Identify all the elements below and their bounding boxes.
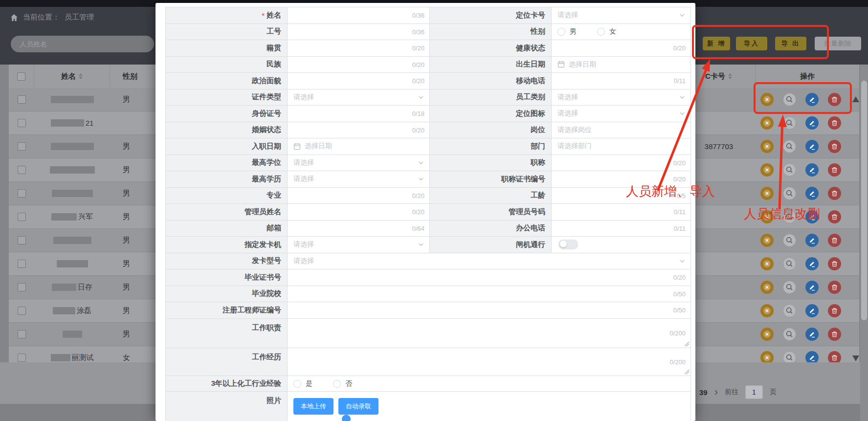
form-field[interactable]: 0/20	[288, 57, 430, 73]
form-field[interactable]: 0/20	[552, 40, 691, 57]
form-field[interactable]: 0/20	[552, 171, 691, 188]
delete-button[interactable]	[828, 257, 841, 270]
card-issue-button[interactable]	[760, 187, 774, 200]
form-field[interactable]: 0/20	[288, 122, 430, 139]
form-field[interactable]: 男女	[552, 24, 691, 41]
edit-button[interactable]	[805, 93, 819, 106]
delete-button[interactable]	[828, 187, 841, 200]
card-issue-button[interactable]	[760, 351, 774, 362]
view-button[interactable]	[783, 328, 796, 341]
form-field[interactable]: 是否	[288, 376, 691, 392]
form-field[interactable]: 请选择	[288, 171, 430, 188]
form-field[interactable]: 0/50	[288, 302, 691, 319]
form-field[interactable]: 0/20	[288, 40, 430, 57]
form-field[interactable]: 0/64	[288, 221, 430, 237]
view-button[interactable]	[783, 210, 796, 223]
add-button[interactable]: 新 增	[703, 37, 730, 50]
form-field[interactable]: 请选择	[288, 155, 430, 172]
card-issue-button[interactable]	[760, 93, 774, 106]
card-issue-button[interactable]	[760, 304, 774, 317]
select-all-checkbox[interactable]	[17, 72, 25, 81]
view-button[interactable]	[783, 187, 796, 200]
edit-button[interactable]	[805, 328, 819, 341]
form-field[interactable]: 0/20	[288, 73, 430, 89]
scroll-up-icon[interactable]	[852, 96, 859, 102]
form-field[interactable]: 请选择部门	[552, 138, 691, 155]
edit-button[interactable]	[805, 210, 819, 223]
form-field[interactable]: 请选择	[288, 253, 691, 270]
row-checkbox[interactable]	[18, 189, 26, 198]
row-checkbox[interactable]	[18, 330, 26, 338]
photo-capture-button[interactable]: 自动录取	[338, 398, 378, 415]
scrollbar-thumb[interactable]	[861, 81, 867, 320]
form-field[interactable]: 请选择	[552, 106, 691, 122]
form-field[interactable]: 0/20	[288, 204, 430, 221]
edit-button[interactable]	[805, 281, 819, 294]
form-field[interactable]: 0/20	[288, 188, 430, 204]
edit-button[interactable]	[805, 304, 819, 317]
row-checkbox[interactable]	[18, 354, 26, 362]
card-issue-button[interactable]	[760, 328, 774, 341]
goto-page-input[interactable]	[745, 385, 763, 399]
form-field[interactable]: 选择日期	[288, 138, 430, 155]
delete-button[interactable]	[828, 116, 841, 130]
view-button[interactable]	[783, 234, 796, 247]
delete-button[interactable]	[828, 351, 841, 362]
view-button[interactable]	[783, 351, 796, 362]
form-field[interactable]: 0/200	[288, 319, 691, 349]
delete-button[interactable]	[828, 328, 841, 341]
row-checkbox[interactable]	[18, 260, 26, 268]
card-issue-button[interactable]	[760, 234, 774, 247]
scroll-down-icon[interactable]	[852, 355, 859, 361]
form-field[interactable]: 请选择	[552, 7, 691, 24]
card-issue-button[interactable]	[760, 210, 774, 223]
card-issue-button[interactable]	[760, 163, 774, 177]
radio-button[interactable]	[293, 380, 301, 388]
view-button[interactable]	[783, 281, 796, 294]
row-checkbox[interactable]	[18, 142, 26, 151]
edit-button[interactable]	[805, 257, 819, 270]
delete-button[interactable]	[828, 140, 841, 153]
view-button[interactable]	[783, 140, 796, 153]
delete-button[interactable]	[828, 281, 841, 294]
form-field[interactable]: 请选择	[288, 237, 430, 253]
radio-button[interactable]	[557, 28, 565, 36]
radio-button[interactable]	[333, 380, 341, 388]
form-field[interactable]: 0/200	[288, 348, 691, 376]
row-checkbox[interactable]	[18, 119, 26, 127]
row-checkbox[interactable]	[18, 166, 26, 174]
form-field[interactable]: 0/11	[552, 221, 691, 237]
card-issue-button[interactable]	[760, 116, 774, 130]
row-checkbox[interactable]	[18, 236, 26, 244]
next-page-button[interactable]: ›	[714, 387, 718, 397]
import-button[interactable]: 导入	[736, 37, 767, 50]
row-checkbox[interactable]	[18, 213, 26, 221]
edit-button[interactable]	[805, 116, 819, 130]
sort-icon[interactable]	[79, 71, 83, 81]
toggle-switch[interactable]	[558, 240, 578, 249]
export-button[interactable]: 导 出	[775, 37, 806, 50]
edit-button[interactable]	[805, 187, 819, 200]
card-issue-button[interactable]	[760, 140, 774, 153]
row-checkbox[interactable]	[18, 95, 26, 104]
edit-button[interactable]	[805, 163, 819, 177]
page-number-39[interactable]: 39	[699, 388, 708, 397]
view-button[interactable]	[783, 93, 796, 106]
form-field[interactable]: 请选择	[552, 89, 691, 106]
batch-delete-button[interactable]: 批量删除	[815, 37, 861, 50]
view-button[interactable]	[783, 257, 796, 270]
form-field[interactable]: 0/5	[552, 188, 691, 204]
form-field[interactable]: 0/36	[288, 7, 430, 24]
form-field[interactable]: 0/50	[288, 286, 691, 303]
view-button[interactable]	[783, 116, 796, 130]
form-field[interactable]: 请选择	[288, 89, 430, 106]
card-issue-button[interactable]	[760, 281, 774, 294]
form-field[interactable]: 0/18	[288, 106, 430, 122]
form-field[interactable]: 0/36	[288, 24, 430, 41]
delete-button[interactable]	[828, 210, 841, 223]
row-checkbox[interactable]	[18, 307, 26, 315]
form-field[interactable]	[552, 237, 691, 253]
form-field[interactable]: 选择日期	[552, 57, 691, 73]
delete-button[interactable]	[828, 163, 841, 177]
edit-button[interactable]	[805, 234, 819, 247]
